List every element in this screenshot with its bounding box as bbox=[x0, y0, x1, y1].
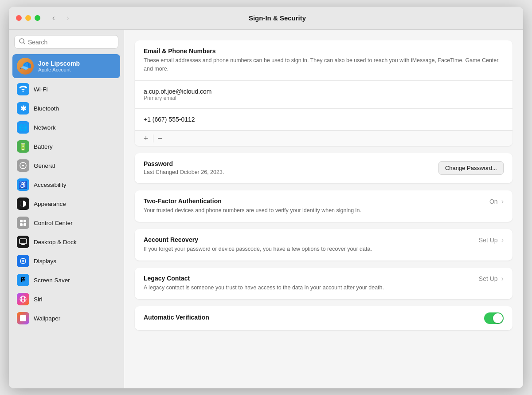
profile-subtitle: Apple Account bbox=[38, 67, 80, 72]
email-value: a.cup.of.joe@icloud.com bbox=[144, 88, 504, 95]
sidebar-item-label: Siri bbox=[34, 296, 43, 303]
tfa-status: On bbox=[489, 198, 498, 205]
password-title: Password bbox=[144, 160, 224, 167]
general-icon bbox=[17, 159, 29, 172]
svg-rect-6 bbox=[23, 220, 26, 222]
sidebar: 🧢 Joe Lipscomb Apple Account Wi-Fi bbox=[9, 30, 124, 388]
svg-rect-9 bbox=[20, 239, 27, 244]
auto-verify-section: Automatic Verification bbox=[135, 306, 512, 330]
password-card: Password Last Changed October 26, 2023. … bbox=[135, 153, 512, 184]
right-panel: Email & Phone Numbers These email addres… bbox=[124, 30, 523, 388]
legacy-contact-section[interactable]: Legacy Contact A legacy contact is someo… bbox=[135, 268, 512, 299]
sidebar-item-label: Screen Saver bbox=[34, 277, 70, 284]
appearance-icon bbox=[17, 198, 29, 210]
email-phone-card: Email & Phone Numbers These email addres… bbox=[135, 40, 512, 146]
svg-rect-7 bbox=[20, 223, 23, 226]
sidebar-item-accessibility[interactable]: ♿ Accessibility bbox=[12, 175, 120, 194]
legacy-contact-chevron-icon: › bbox=[501, 275, 504, 283]
password-section: Password Last Changed October 26, 2023. … bbox=[135, 153, 512, 184]
sidebar-item-siri[interactable]: Siri bbox=[12, 290, 120, 308]
svg-rect-10 bbox=[21, 244, 25, 245]
avatar: 🧢 bbox=[17, 58, 34, 75]
screensaver-icon: 🖥 bbox=[17, 274, 29, 286]
sidebar-item-label: Displays bbox=[34, 258, 56, 265]
password-info: Password Last Changed October 26, 2023. bbox=[144, 160, 224, 177]
main-content: 🧢 Joe Lipscomb Apple Account Wi-Fi bbox=[9, 30, 523, 388]
sidebar-item-label: Desktop & Dock bbox=[34, 239, 77, 245]
sidebar-item-bluetooth[interactable]: ✱ Bluetooth bbox=[12, 99, 120, 118]
sidebar-item-label: Network bbox=[34, 124, 56, 131]
close-button[interactable] bbox=[16, 15, 22, 21]
bluetooth-icon: ✱ bbox=[17, 102, 29, 115]
siri-icon bbox=[17, 293, 29, 305]
sidebar-item-label: Wi-Fi bbox=[34, 86, 47, 93]
svg-point-12 bbox=[22, 260, 24, 262]
sidebar-item-network[interactable]: 🌐 Network bbox=[12, 118, 120, 137]
search-icon bbox=[19, 38, 25, 46]
account-recovery-title: Account Recovery bbox=[144, 236, 472, 243]
auto-verify-title: Automatic Verification bbox=[144, 314, 209, 321]
account-recovery-section[interactable]: Account Recovery If you forget your pass… bbox=[135, 229, 512, 261]
legacy-contact-info: Legacy Contact A legacy contact is someo… bbox=[144, 275, 472, 292]
search-container bbox=[9, 30, 124, 52]
profile-name: Joe Lipscomb bbox=[38, 60, 80, 67]
sidebar-item-profile[interactable]: 🧢 Joe Lipscomb Apple Account bbox=[12, 54, 120, 78]
email-phone-desc: These email addresses and phone numbers … bbox=[144, 56, 504, 73]
sidebar-item-label: Bluetooth bbox=[34, 105, 59, 112]
svg-point-3 bbox=[22, 165, 24, 166]
tfa-right: On › bbox=[489, 198, 504, 205]
wifi-icon bbox=[17, 83, 29, 95]
sidebar-item-wallpaper[interactable]: Wallpaper bbox=[12, 309, 120, 328]
wallpaper-icon bbox=[17, 312, 29, 324]
sidebar-item-displays[interactable]: Displays bbox=[12, 252, 120, 270]
battery-icon: 🔋 bbox=[17, 140, 29, 153]
phone-value: +1 (667) 555-0112 bbox=[144, 116, 504, 123]
sidebar-item-label: Wallpaper bbox=[34, 315, 60, 322]
tfa-desc: Your trusted devices and phone numbers a… bbox=[144, 206, 482, 215]
tfa-section[interactable]: Two-Factor Authentication Your trusted d… bbox=[135, 190, 512, 222]
sidebar-item-label: General bbox=[34, 162, 55, 169]
sidebar-item-desktop-dock[interactable]: Desktop & Dock bbox=[12, 233, 120, 251]
svg-rect-5 bbox=[20, 220, 23, 222]
sidebar-item-label: Appearance bbox=[34, 201, 66, 207]
network-icon: 🌐 bbox=[17, 121, 29, 134]
email-phone-title: Email & Phone Numbers bbox=[144, 47, 504, 55]
add-remove-divider bbox=[153, 134, 153, 142]
traffic-lights bbox=[16, 15, 40, 21]
legacy-contact-title: Legacy Contact bbox=[144, 275, 472, 282]
legacy-contact-right: Set Up › bbox=[479, 275, 504, 283]
window: ‹ › Sign-In & Security bbox=[9, 7, 523, 388]
tfa-chevron-icon: › bbox=[501, 198, 504, 205]
legacy-contact-status: Set Up bbox=[479, 275, 498, 282]
svg-rect-8 bbox=[23, 223, 26, 226]
sidebar-item-screensaver[interactable]: 🖥 Screen Saver bbox=[12, 271, 120, 289]
add-remove-bar: + − bbox=[135, 131, 512, 146]
displays-icon bbox=[17, 255, 29, 267]
search-box[interactable] bbox=[14, 35, 118, 49]
sidebar-item-label: Accessibility bbox=[34, 182, 66, 188]
account-recovery-right: Set Up › bbox=[479, 236, 504, 244]
auto-verify-card: Automatic Verification bbox=[135, 306, 512, 330]
minimize-button[interactable] bbox=[25, 15, 31, 21]
add-email-phone-button[interactable]: + bbox=[141, 134, 151, 143]
email-row: a.cup.of.joe@icloud.com Primary email bbox=[135, 81, 512, 108]
remove-email-phone-button[interactable]: − bbox=[155, 134, 165, 143]
account-recovery-status: Set Up bbox=[479, 237, 498, 244]
desktop-dock-icon bbox=[17, 236, 29, 248]
change-password-button[interactable]: Change Password... bbox=[438, 161, 504, 175]
account-recovery-chevron-icon: › bbox=[501, 236, 504, 244]
sidebar-item-appearance[interactable]: Appearance bbox=[12, 194, 120, 213]
titlebar: ‹ › Sign-In & Security bbox=[9, 7, 523, 30]
search-input[interactable] bbox=[28, 39, 113, 46]
control-center-icon bbox=[17, 217, 29, 229]
phone-row: +1 (667) 555-0112 bbox=[135, 109, 512, 130]
sidebar-item-general[interactable]: General bbox=[12, 156, 120, 175]
tfa-info: Two-Factor Authentication Your trusted d… bbox=[144, 198, 482, 215]
auto-verify-toggle[interactable] bbox=[484, 312, 504, 324]
sidebar-item-battery[interactable]: 🔋 Battery bbox=[12, 137, 120, 156]
sidebar-item-label: Battery bbox=[34, 143, 53, 150]
sidebar-item-control-center[interactable]: Control Center bbox=[12, 213, 120, 232]
tfa-title: Two-Factor Authentication bbox=[144, 198, 482, 205]
sidebar-item-wifi[interactable]: Wi-Fi bbox=[12, 80, 120, 99]
accessibility-icon: ♿ bbox=[17, 178, 29, 191]
